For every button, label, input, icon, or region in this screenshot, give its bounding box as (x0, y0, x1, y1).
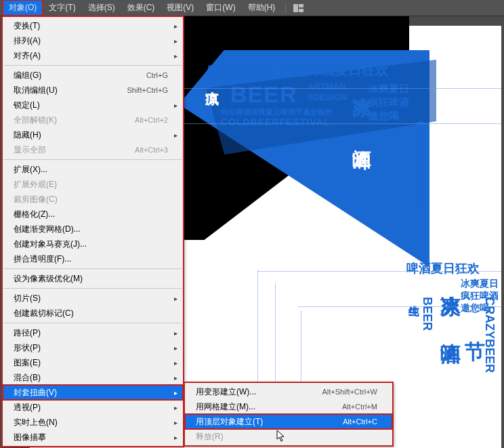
menu-select[interactable]: 选择(S) (82, 0, 121, 16)
art-text: 纯生啤酒清爽夏日啤酒节邀您畅饮 (221, 107, 333, 117)
menu-slice[interactable]: 切片(S) (3, 291, 183, 306)
submenu-make-with-warp[interactable]: 用变形建立(W)...Alt+Shift+Ctrl+W (185, 384, 392, 399)
menu-item-label: 创建裁切标记(C) (14, 308, 168, 319)
menu-shortcut: Ctrl+G (146, 71, 168, 79)
menu-item-label: 隐藏(H) (14, 129, 168, 141)
submenu-release: 释放(R) (185, 429, 392, 444)
menu-item-label: 用顶层对象建立(T) (196, 416, 343, 428)
menubar-separator (285, 3, 286, 14)
menu-type[interactable]: 文字(T) (43, 0, 81, 16)
menu-item-label: 显示全部 (14, 144, 135, 156)
menu-hide[interactable]: 隐藏(H) (3, 127, 183, 142)
menu-shortcut: Alt+Ctrl+2 (135, 116, 168, 124)
menu-item-label: 用变形建立(W)... (196, 386, 322, 398)
menu-separator (3, 288, 182, 289)
menu-shortcut: Alt+Ctrl+M (342, 403, 377, 411)
menu-item-label: 变换(T) (14, 20, 168, 32)
menu-item-label: 释放(R) (196, 431, 377, 443)
art-text: 纯色啤酒夏日狂欢 (280, 61, 389, 79)
art-text: BEER (230, 81, 297, 108)
menu-expand-appearance: 扩展外观(E) (3, 177, 183, 192)
menu-show-all: 显示全部Alt+Ctrl+3 (3, 142, 183, 157)
menu-window[interactable]: 窗口(W) (200, 0, 241, 16)
menu-transform[interactable]: 变换(T) (3, 18, 183, 33)
menu-expand[interactable]: 扩展(X)... (3, 162, 183, 177)
menu-separator (3, 323, 182, 323)
menu-item-label: 图像描摹 (14, 432, 168, 443)
menu-gradient-mesh[interactable]: 创建渐变网格(D)... (3, 222, 183, 237)
menu-item-label: 用网格建立(M)... (196, 401, 342, 413)
menu-shortcut: Alt+Shift+Ctrl+W (322, 388, 377, 396)
envelope-distort-submenu: 用变形建立(W)...Alt+Shift+Ctrl+W 用网格建立(M)...A… (184, 382, 393, 446)
menu-shortcut: Alt+Ctrl+C (343, 418, 377, 426)
menu-shortcut: Alt+Ctrl+3 (135, 146, 168, 154)
menu-item-label: 实时上色(N) (14, 417, 168, 428)
menu-flatten-transparency[interactable]: 拼合透明度(F)... (3, 251, 183, 266)
art-text: 冰爽夏日 (369, 83, 409, 96)
menu-item-label: 裁剪图像(C) (14, 194, 168, 205)
art-text: CRAZYBEER (413, 121, 428, 205)
menu-object[interactable]: 对象(O) (3, 0, 43, 16)
art-text: ARTMAN (308, 81, 345, 91)
menu-item-label: 扩展(X)... (14, 164, 168, 176)
menu-crop-image: 裁剪图像(C) (3, 192, 183, 207)
menu-shortcut: Shift+Ctrl+G (127, 86, 168, 94)
cursor-icon (276, 430, 286, 442)
guide-line (298, 306, 501, 307)
guide-line (257, 271, 501, 272)
menu-item-label: 混合(B) (14, 372, 168, 384)
menu-item-label: 排列(A) (14, 35, 168, 47)
submenu-make-with-top-object[interactable]: 用顶层对象建立(T)Alt+Ctrl+C (185, 414, 392, 429)
menu-path[interactable]: 路径(P) (3, 325, 183, 340)
menu-item-label: 取消编组(U) (14, 85, 127, 96)
menu-separator (3, 268, 182, 269)
menu-group[interactable]: 编组(G)Ctrl+G (3, 68, 183, 83)
arrange-documents-icon[interactable] (293, 3, 305, 14)
menu-ungroup[interactable]: 取消编组(U)Shift+Ctrl+G (3, 83, 183, 98)
menu-item-label: 全部解锁(K) (14, 115, 135, 126)
menu-unlock-all: 全部解锁(K)Alt+Ctrl+2 (3, 113, 183, 127)
menu-item-label: 透视(P) (14, 402, 168, 413)
menu-help[interactable]: 帮助(H) (242, 0, 282, 16)
menu-rasterize[interactable]: 栅格化(Z)... (3, 207, 183, 222)
menu-blend[interactable]: 混合(B) (3, 370, 183, 385)
submenu-make-with-mesh[interactable]: 用网格建立(M)...Alt+Ctrl+M (185, 399, 392, 414)
menu-item-label: 栅格化(Z)... (14, 209, 168, 220)
menubar: 对象(O) 文字(T) 选择(S) 效果(C) 视图(V) 窗口(W) 帮助(H… (0, 0, 504, 16)
menu-separator (3, 159, 182, 160)
menu-item-label: 创建渐变网格(D)... (14, 224, 168, 235)
menu-item-label: 封套扭曲(V) (14, 387, 168, 399)
menu-item-label: 编组(G) (14, 70, 146, 81)
menu-effect[interactable]: 效果(C) (121, 0, 161, 16)
menu-crop-marks[interactable]: 创建裁切标记(C) (3, 306, 183, 321)
art-text: COLDBEERFESTIVAL (221, 117, 330, 127)
art-text: 冰爽夏日 (461, 278, 499, 290)
menu-item-label: 切片(S) (14, 293, 168, 304)
menu-separator (3, 65, 182, 66)
menu-shape[interactable]: 形状(P) (3, 340, 183, 355)
menu-view[interactable]: 视图(V) (161, 0, 200, 16)
svg-rect-1 (299, 4, 303, 7)
art-text: 邀您喝 (369, 110, 399, 123)
menu-item-label: 拼合透明度(F)... (14, 253, 168, 265)
menu-align[interactable]: 对齐(A) (3, 48, 183, 63)
art-text: 疯狂啤酒 (369, 96, 409, 109)
menu-item-label: 对齐(A) (14, 50, 168, 62)
menu-item-label: 形状(P) (14, 342, 168, 354)
art-text: CRAZYBEER (482, 297, 497, 373)
menu-item-label: 扩展外观(E) (14, 179, 168, 190)
menu-item-label: 锁定(L) (14, 100, 168, 111)
menu-image-trace[interactable]: 图像描摹 (3, 430, 183, 445)
menu-pixel-perfect[interactable]: 设为像素级优化(M) (3, 271, 183, 286)
object-menu-dropdown: 变换(T) 排列(A) 对齐(A) 编组(G)Ctrl+G 取消编组(U)Shi… (2, 16, 184, 447)
menu-item-label: 图案(E) (14, 357, 168, 369)
menu-object-mosaic[interactable]: 创建对象马赛克(J)... (3, 237, 183, 251)
menu-lock[interactable]: 锁定(L) (3, 98, 183, 113)
menu-pattern[interactable]: 图案(E) (3, 355, 183, 370)
menu-envelope-distort[interactable]: 封套扭曲(V) (3, 385, 183, 400)
menu-perspective[interactable]: 透视(P) (3, 400, 183, 415)
menu-arrange[interactable]: 排列(A) (3, 33, 183, 48)
menu-live-paint[interactable]: 实时上色(N) (3, 415, 183, 430)
svg-rect-0 (293, 4, 298, 12)
art-text: 啤酒夏日狂欢 (406, 260, 480, 277)
